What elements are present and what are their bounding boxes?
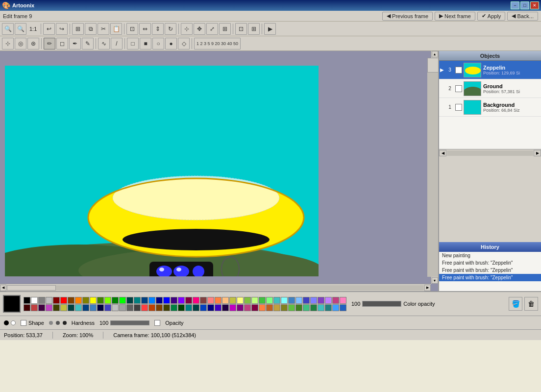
apply-button[interactable]: ✔ Apply [477, 12, 506, 21]
h-scroll-thumb[interactable] [7, 285, 56, 291]
color-swatch[interactable] [295, 297, 302, 304]
color-swatch[interactable] [340, 304, 346, 311]
color-swatch[interactable] [288, 297, 295, 304]
object-item-ground[interactable]: 2 Ground Position: 57,381 Si [439, 79, 541, 98]
color-swatch[interactable] [126, 304, 133, 311]
color-swatch[interactable] [119, 304, 126, 311]
close-button[interactable]: ✕ [530, 1, 539, 9]
move-button[interactable]: ✥ [194, 23, 205, 35]
color-swatch[interactable] [75, 297, 82, 304]
color-swatch[interactable] [266, 304, 273, 311]
color-swatch[interactable] [237, 304, 244, 311]
crop-button[interactable]: ⊡ [126, 23, 138, 35]
color-swatch[interactable] [156, 304, 163, 311]
shape-checkbox[interactable] [21, 320, 26, 326]
color-swatch[interactable] [244, 297, 251, 304]
curve-tool[interactable]: ∿ [98, 38, 110, 49]
vertical-scrollbar[interactable]: ▲ ▼ [431, 51, 438, 284]
color-swatch[interactable] [46, 297, 52, 304]
minimize-button[interactable]: − [511, 1, 519, 9]
color-swatch[interactable] [273, 297, 280, 304]
color-swatch[interactable] [229, 304, 236, 311]
diamond-tool[interactable]: ◇ [178, 38, 190, 49]
line-tool[interactable]: / [111, 38, 123, 49]
rotate-button[interactable]: ↻ [165, 23, 176, 35]
objects-scrollbar[interactable]: ◀ ▶ [439, 149, 541, 156]
color-swatch[interactable] [68, 297, 74, 304]
history-item-3[interactable]: Free paint with brush: "Zeppelin" [439, 274, 541, 281]
pencil-tool[interactable]: ✎ [82, 38, 94, 49]
color-swatch[interactable] [310, 304, 317, 311]
color-swatch[interactable] [90, 304, 97, 311]
frame-paste-button[interactable]: ⊞ [248, 23, 260, 35]
cut-button[interactable]: ✂ [98, 23, 109, 35]
v-scroll-track[interactable] [427, 58, 438, 277]
obj-scroll-right[interactable]: ▶ [534, 150, 541, 156]
color-swatch[interactable] [171, 304, 177, 311]
color-swatch[interactable] [281, 304, 288, 311]
color-swatch[interactable] [90, 297, 97, 304]
color-swatch[interactable] [244, 304, 251, 311]
color-swatch[interactable] [251, 297, 258, 304]
color-swatch[interactable] [200, 297, 207, 304]
color-swatch[interactable] [266, 297, 273, 304]
color-swatch[interactable] [82, 304, 89, 311]
scroll-left-arrow[interactable]: ◀ [0, 285, 6, 291]
color-swatch[interactable] [24, 297, 30, 304]
color-swatch[interactable] [193, 297, 199, 304]
zoom-in-button[interactable]: 🔍 [15, 23, 26, 35]
history-item-2[interactable]: Free paint with brush: "Zeppelin" [439, 267, 541, 274]
redo-button[interactable]: ↪ [56, 23, 68, 35]
maximize-button[interactable]: □ [520, 1, 529, 9]
obj-scroll-track[interactable] [447, 150, 533, 156]
color-swatch[interactable] [340, 297, 346, 304]
color-swatch[interactable] [332, 297, 339, 304]
color-swatch[interactable] [303, 297, 310, 304]
color-swatch[interactable] [68, 304, 74, 311]
color-swatch[interactable] [156, 297, 163, 304]
color-swatch[interactable] [53, 297, 60, 304]
obj-scroll-left[interactable]: ◀ [439, 150, 446, 156]
objects-list[interactable]: ▶ 3 Zeppelin Position: 129,69 Si 2 [439, 61, 541, 149]
obj-checkbox-background[interactable] [455, 104, 462, 111]
history-item-0[interactable]: New painting [439, 252, 541, 259]
color-swatch[interactable] [31, 304, 38, 311]
color-swatch[interactable] [163, 297, 170, 304]
color-swatch[interactable] [112, 304, 119, 311]
color-swatch[interactable] [75, 304, 82, 311]
flip-v-button[interactable]: ⇕ [152, 23, 164, 35]
color-swatch[interactable] [141, 297, 148, 304]
color-swatch[interactable] [104, 304, 111, 311]
color-swatch[interactable] [148, 297, 155, 304]
color-swatch[interactable] [325, 304, 332, 311]
color-swatch[interactable] [178, 297, 185, 304]
color-opacity-slider[interactable] [362, 301, 401, 307]
color-swatch[interactable] [60, 297, 67, 304]
color-swatch[interactable] [185, 297, 192, 304]
color-swatch[interactable] [318, 304, 324, 311]
playback-button[interactable]: ▶ [264, 23, 276, 35]
color-swatch[interactable] [215, 304, 221, 311]
obj-checkbox-ground[interactable] [455, 85, 462, 92]
color-swatch[interactable] [134, 297, 141, 304]
object-item-background[interactable]: 1 Background Position: 66,84 Siz [439, 98, 541, 117]
back-button[interactable]: ◀ Back... [507, 12, 538, 21]
color-swatch[interactable] [303, 304, 310, 311]
color-swatch[interactable] [325, 297, 332, 304]
paint-bucket-button[interactable]: 🪣 [509, 297, 522, 311]
transform-button[interactable]: ⊹ [181, 23, 193, 35]
color-swatch[interactable] [141, 304, 148, 311]
ellipse-tool[interactable]: ○ [152, 38, 164, 49]
color-swatch[interactable] [134, 304, 141, 311]
filled-ellipse-tool[interactable]: ● [165, 38, 177, 49]
color-swatch[interactable] [215, 297, 221, 304]
color-swatch[interactable] [237, 297, 244, 304]
opacity-checkbox[interactable] [154, 320, 160, 326]
color-swatch[interactable] [273, 304, 280, 311]
color-swatch[interactable] [259, 297, 266, 304]
lasso-tool[interactable]: ◎ [15, 38, 26, 49]
rect-tool[interactable]: □ [127, 38, 139, 49]
flip-h-button[interactable]: ⇔ [139, 23, 151, 35]
current-color-swatch[interactable] [3, 295, 21, 313]
hardness-slider[interactable] [110, 320, 149, 325]
